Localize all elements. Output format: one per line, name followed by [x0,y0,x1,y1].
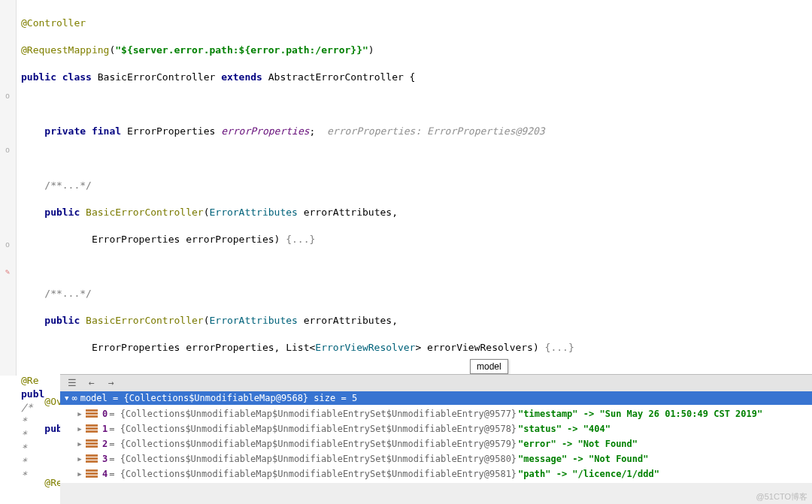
expand-arrow-icon[interactable]: ▶ [75,455,84,463]
constructor-2: BasicErrorController [86,315,204,326]
folded-body[interactable]: {...} [286,234,315,245]
variable-root-model[interactable]: ▼ ∞ model = {Collections$UnmodifiableMap… [60,391,812,405]
annotation-controller: @Controller [21,17,86,29]
expand-arrow-icon[interactable]: ▶ [75,440,84,448]
annotation-requestmapping: @RequestMapping [21,44,109,56]
map-entry-icon [86,439,98,448]
map-entry-icon [86,454,98,463]
folded-comment[interactable]: /**...*/ [44,180,92,191]
expand-arrow-icon[interactable]: ▶ [75,410,84,418]
expand-arrow-icon[interactable]: ▶ [75,425,84,433]
variable-list: ▶ 0 = {Collections$UnmodifiableMap$Unmod… [60,405,812,483]
class-name: BasicErrorController [98,71,216,83]
variable-entry[interactable]: ▶ 1 = {Collections$UnmodifiableMap$Unmod… [60,421,812,436]
forward-icon[interactable]: → [105,377,117,389]
mapping-value: "${server.error.path:${error.path:/error… [115,44,368,56]
watermark: @51CTO博客 [756,491,807,502]
inline-hint: errorProperties: ErrorProperties@9203 [327,125,545,137]
variable-entry[interactable]: ▶ 2 = {Collections$UnmodifiableMap$Unmod… [60,436,812,451]
map-entry-icon [86,469,98,478]
constructor-1: BasicErrorController [86,207,204,218]
back-icon[interactable]: ← [86,377,98,389]
map-entry-icon [86,409,98,418]
stack-frames-icon[interactable]: ☰ [66,377,78,389]
folded-body[interactable]: {...} [545,342,574,353]
variable-entry[interactable]: ▶ 0 = {Collections$UnmodifiableMap$Unmod… [60,406,812,421]
debugger-toolbar: ☰ ← → [60,375,812,391]
hover-tooltip: model [470,359,508,374]
editor-left-cut: @Re publ /* * * * * * [17,374,60,482]
collapse-arrow-icon[interactable]: ▼ [65,394,68,402]
variable-entry[interactable]: ▶ 4 = {Collections$UnmodifiableMap$Unmod… [60,466,812,481]
expand-arrow-icon[interactable]: ▶ [75,470,84,478]
folded-comment[interactable]: /**...*/ [44,288,92,299]
debugger-panel: ☰ ← → ▼ ∞ model = {Collections$Unmodifia… [60,374,812,504]
variable-entry[interactable]: ▶ 3 = {Collections$UnmodifiableMap$Unmod… [60,451,812,466]
map-entry-icon [86,424,98,433]
